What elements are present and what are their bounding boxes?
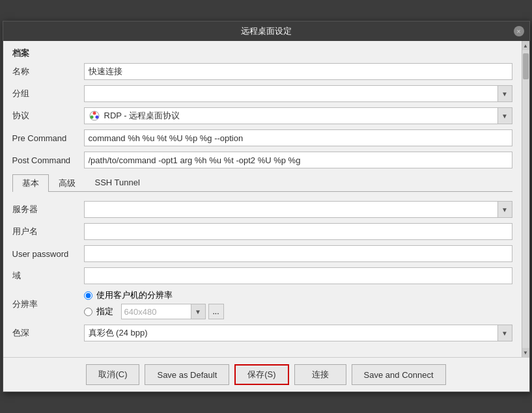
colordepth-label: 色深 bbox=[12, 327, 84, 339]
postcommand-row: Post Command bbox=[12, 152, 512, 168]
precommand-row: Pre Command bbox=[12, 129, 512, 146]
precommand-label: Pre Command bbox=[12, 133, 84, 143]
domain-row: 域 bbox=[12, 267, 512, 284]
protocol-combo[interactable]: RDP - 远程桌面协议 ▼ bbox=[84, 107, 512, 124]
main-dialog: 远程桌面设定 × 档案 名称 分组 ▼ 协议 bbox=[3, 21, 530, 392]
resolution-dropdown-arrow[interactable]: ▼ bbox=[191, 304, 205, 319]
group-dropdown-arrow[interactable]: ▼ bbox=[497, 86, 512, 101]
tab-basic[interactable]: 基本 bbox=[12, 174, 49, 192]
username-input[interactable] bbox=[84, 223, 512, 240]
group-combo[interactable]: ▼ bbox=[84, 85, 512, 102]
resolution-custom-radio[interactable] bbox=[84, 308, 92, 316]
group-row: 分组 ▼ bbox=[12, 85, 512, 102]
username-row: 用户名 bbox=[12, 223, 512, 240]
cancel-button[interactable]: 取消(C) bbox=[86, 364, 139, 385]
connect-button[interactable]: 连接 bbox=[294, 364, 346, 385]
titlebar: 远程桌面设定 × bbox=[3, 21, 529, 41]
server-row: 服务器 ▼ bbox=[12, 201, 512, 218]
close-button[interactable]: × bbox=[514, 26, 524, 36]
server-input[interactable] bbox=[85, 205, 497, 215]
resolution-custom-row: 指定 640x480 ▼ ... bbox=[84, 304, 224, 319]
domain-input[interactable] bbox=[84, 267, 512, 284]
resolution-label: 分辨率 bbox=[12, 299, 84, 310]
tab-advanced[interactable]: 高级 bbox=[49, 174, 85, 192]
server-label: 服务器 bbox=[12, 204, 84, 215]
footer: 取消(C) Save as Default 保存(S) 连接 Save and … bbox=[3, 357, 529, 392]
postcommand-label: Post Command bbox=[12, 155, 84, 165]
scrollbar-up-arrow[interactable]: ▲ bbox=[522, 41, 529, 50]
tab-content-basic: 服务器 ▼ 用户名 User password bbox=[12, 197, 512, 351]
precommand-input[interactable] bbox=[84, 129, 512, 146]
scrollbar-down-arrow[interactable]: ▼ bbox=[522, 348, 529, 357]
main-left: 档案 名称 分组 ▼ 协议 bbox=[3, 41, 522, 357]
colordepth-dropdown-arrow[interactable]: ▼ bbox=[497, 325, 512, 341]
scrollbar-track bbox=[522, 50, 529, 348]
domain-label: 域 bbox=[12, 270, 84, 282]
resolution-client-label: 使用客户机的分辨率 bbox=[96, 289, 173, 301]
group-label: 分组 bbox=[12, 88, 84, 100]
server-combo[interactable]: ▼ bbox=[84, 201, 512, 218]
dialog-title: 远程桌面设定 bbox=[241, 25, 292, 37]
svg-point-2 bbox=[90, 116, 93, 119]
close-icon: × bbox=[516, 27, 520, 35]
colordepth-row: 色深 真彩色 (24 bpp) ▼ bbox=[12, 325, 512, 341]
tabs-bar: 基本 高级 SSH Tunnel bbox=[12, 174, 512, 192]
svg-point-3 bbox=[95, 116, 98, 119]
tab-ssh-tunnel[interactable]: SSH Tunnel bbox=[85, 174, 150, 192]
save-connect-button[interactable]: Save and Connect bbox=[352, 364, 446, 385]
name-input[interactable] bbox=[84, 63, 512, 80]
archive-section-label: 档案 bbox=[12, 47, 512, 59]
svg-point-1 bbox=[92, 112, 96, 115]
username-label: 用户名 bbox=[12, 226, 84, 237]
colordepth-value: 真彩色 (24 bpp) bbox=[85, 327, 497, 339]
resolution-client-row: 使用客户机的分辨率 bbox=[84, 289, 224, 301]
resolution-options: 使用客户机的分辨率 指定 640x480 ▼ ... bbox=[84, 289, 224, 319]
protocol-label: 协议 bbox=[12, 110, 84, 122]
colordepth-combo[interactable]: 真彩色 (24 bpp) ▼ bbox=[84, 325, 512, 341]
resolution-client-radio[interactable] bbox=[84, 291, 92, 300]
resolution-row: 分辨率 使用客户机的分辨率 指定 640x480 bbox=[12, 289, 512, 319]
resolution-combo: 640x480 ▼ ... bbox=[121, 304, 224, 319]
save-default-button[interactable]: Save as Default bbox=[145, 364, 229, 385]
resolution-custom-label: 指定 bbox=[96, 306, 113, 317]
protocol-row: 协议 RDP - 远程桌面协议 ▼ bbox=[12, 107, 512, 124]
server-dropdown-arrow[interactable]: ▼ bbox=[497, 202, 512, 217]
name-label: 名称 bbox=[12, 66, 84, 77]
password-label: User password bbox=[12, 249, 84, 259]
password-input[interactable] bbox=[84, 245, 512, 262]
resolution-dots-button[interactable]: ... bbox=[208, 304, 224, 319]
name-row: 名称 bbox=[12, 63, 512, 80]
resolution-select[interactable]: 640x480 ▼ bbox=[121, 304, 206, 319]
resolution-value: 640x480 bbox=[122, 307, 191, 317]
rdp-icon bbox=[88, 109, 101, 122]
group-input[interactable] bbox=[85, 89, 497, 99]
password-row: User password bbox=[12, 245, 512, 262]
scrollbar: ▲ ▼ bbox=[522, 41, 529, 357]
protocol-value: RDP - 远程桌面协议 bbox=[104, 110, 497, 122]
postcommand-input[interactable] bbox=[84, 152, 512, 168]
save-button[interactable]: 保存(S) bbox=[234, 364, 288, 385]
scrollbar-thumb[interactable] bbox=[523, 53, 529, 79]
main-area: 档案 名称 分组 ▼ 协议 bbox=[3, 41, 529, 357]
protocol-dropdown-arrow[interactable]: ▼ bbox=[497, 108, 512, 124]
